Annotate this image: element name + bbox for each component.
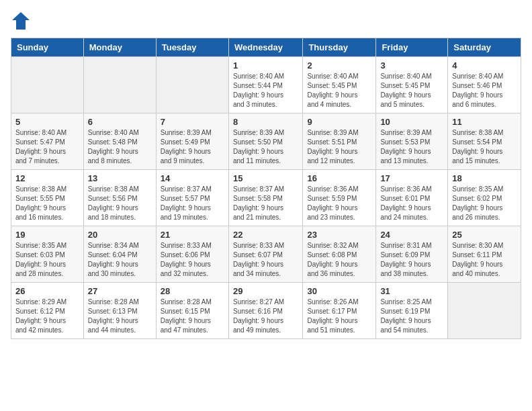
day-info: Sunrise: 8:37 AM Sunset: 5:57 PM Dayligh… xyxy=(161,185,224,222)
day-number: 21 xyxy=(161,230,224,240)
day-info: Sunrise: 8:38 AM Sunset: 5:56 PM Dayligh… xyxy=(88,185,152,222)
day-cell: 23Sunrise: 8:32 AM Sunset: 6:08 PM Dayli… xyxy=(303,226,376,283)
svg-marker-0 xyxy=(12,12,30,30)
day-cell: 1Sunrise: 8:40 AM Sunset: 5:44 PM Daylig… xyxy=(228,57,302,113)
day-cell: 22Sunrise: 8:33 AM Sunset: 6:07 PM Dayli… xyxy=(228,226,302,283)
day-info: Sunrise: 8:38 AM Sunset: 5:55 PM Dayligh… xyxy=(15,185,79,222)
day-info: Sunrise: 8:33 AM Sunset: 6:06 PM Dayligh… xyxy=(161,241,224,279)
calendar-table: SundayMondayTuesdayWednesdayThursdayFrid… xyxy=(11,38,521,339)
header-cell-saturday: Saturday xyxy=(448,38,521,57)
day-cell: 18Sunrise: 8:35 AM Sunset: 6:02 PM Dayli… xyxy=(448,170,521,226)
day-number: 13 xyxy=(88,173,152,183)
header-cell-sunday: Sunday xyxy=(11,38,84,57)
day-info: Sunrise: 8:39 AM Sunset: 5:50 PM Dayligh… xyxy=(233,128,298,166)
day-cell: 26Sunrise: 8:29 AM Sunset: 6:12 PM Dayli… xyxy=(11,283,84,339)
day-info: Sunrise: 8:40 AM Sunset: 5:47 PM Dayligh… xyxy=(15,128,79,166)
day-cell: 6Sunrise: 8:40 AM Sunset: 5:48 PM Daylig… xyxy=(83,113,156,170)
day-info: Sunrise: 8:34 AM Sunset: 6:04 PM Dayligh… xyxy=(88,241,152,279)
day-cell: 13Sunrise: 8:38 AM Sunset: 5:56 PM Dayli… xyxy=(83,170,156,226)
day-number: 24 xyxy=(380,230,443,240)
day-number: 17 xyxy=(380,173,443,183)
day-cell: 29Sunrise: 8:27 AM Sunset: 6:16 PM Dayli… xyxy=(228,283,302,339)
week-row-4: 19Sunrise: 8:35 AM Sunset: 6:03 PM Dayli… xyxy=(11,226,521,283)
day-number: 9 xyxy=(307,117,371,127)
day-cell: 9Sunrise: 8:39 AM Sunset: 5:51 PM Daylig… xyxy=(303,113,376,170)
day-number: 18 xyxy=(452,173,517,183)
day-number: 3 xyxy=(380,60,443,71)
day-cell: 10Sunrise: 8:39 AM Sunset: 5:53 PM Dayli… xyxy=(376,113,448,170)
day-number: 1 xyxy=(233,60,298,71)
day-info: Sunrise: 8:39 AM Sunset: 5:51 PM Dayligh… xyxy=(307,128,371,166)
header-cell-monday: Monday xyxy=(83,38,156,57)
day-cell: 19Sunrise: 8:35 AM Sunset: 6:03 PM Dayli… xyxy=(11,226,84,283)
day-cell: 4Sunrise: 8:40 AM Sunset: 5:46 PM Daylig… xyxy=(448,57,521,113)
day-info: Sunrise: 8:39 AM Sunset: 5:49 PM Dayligh… xyxy=(161,128,224,166)
calendar-header: SundayMondayTuesdayWednesdayThursdayFrid… xyxy=(11,38,521,57)
day-number: 10 xyxy=(380,117,443,127)
day-cell: 12Sunrise: 8:38 AM Sunset: 5:55 PM Dayli… xyxy=(11,170,84,226)
header-cell-friday: Friday xyxy=(376,38,448,57)
day-cell: 17Sunrise: 8:36 AM Sunset: 6:01 PM Dayli… xyxy=(376,170,448,226)
day-cell: 27Sunrise: 8:28 AM Sunset: 6:13 PM Dayli… xyxy=(83,283,156,339)
day-cell: 28Sunrise: 8:28 AM Sunset: 6:15 PM Dayli… xyxy=(156,283,228,339)
day-cell xyxy=(11,57,84,113)
day-number: 29 xyxy=(233,286,298,296)
week-row-2: 5Sunrise: 8:40 AM Sunset: 5:47 PM Daylig… xyxy=(11,113,521,170)
day-info: Sunrise: 8:26 AM Sunset: 6:17 PM Dayligh… xyxy=(307,298,371,335)
week-row-5: 26Sunrise: 8:29 AM Sunset: 6:12 PM Dayli… xyxy=(11,283,521,339)
day-number: 5 xyxy=(15,117,79,127)
day-cell xyxy=(448,283,521,339)
day-info: Sunrise: 8:28 AM Sunset: 6:15 PM Dayligh… xyxy=(161,298,224,335)
day-number: 20 xyxy=(88,230,152,240)
day-info: Sunrise: 8:40 AM Sunset: 5:45 PM Dayligh… xyxy=(307,72,371,109)
day-number: 2 xyxy=(307,60,371,71)
day-number: 27 xyxy=(88,286,152,296)
day-info: Sunrise: 8:29 AM Sunset: 6:12 PM Dayligh… xyxy=(15,298,79,335)
day-info: Sunrise: 8:31 AM Sunset: 6:09 PM Dayligh… xyxy=(380,241,443,279)
day-info: Sunrise: 8:32 AM Sunset: 6:08 PM Dayligh… xyxy=(307,241,371,279)
day-info: Sunrise: 8:35 AM Sunset: 6:02 PM Dayligh… xyxy=(452,185,517,222)
day-cell: 31Sunrise: 8:25 AM Sunset: 6:19 PM Dayli… xyxy=(376,283,448,339)
header-cell-thursday: Thursday xyxy=(303,38,376,57)
day-number: 16 xyxy=(307,173,371,183)
day-number: 30 xyxy=(307,286,371,296)
day-info: Sunrise: 8:36 AM Sunset: 6:01 PM Dayligh… xyxy=(380,185,443,222)
day-info: Sunrise: 8:40 AM Sunset: 5:48 PM Dayligh… xyxy=(88,128,152,166)
day-info: Sunrise: 8:36 AM Sunset: 5:59 PM Dayligh… xyxy=(307,185,371,222)
day-cell: 2Sunrise: 8:40 AM Sunset: 5:45 PM Daylig… xyxy=(303,57,376,113)
day-info: Sunrise: 8:27 AM Sunset: 6:16 PM Dayligh… xyxy=(233,298,298,335)
day-number: 12 xyxy=(15,173,79,183)
day-cell: 8Sunrise: 8:39 AM Sunset: 5:50 PM Daylig… xyxy=(228,113,302,170)
week-row-1: 1Sunrise: 8:40 AM Sunset: 5:44 PM Daylig… xyxy=(11,57,521,113)
day-info: Sunrise: 8:40 AM Sunset: 5:46 PM Dayligh… xyxy=(452,72,517,109)
day-cell: 16Sunrise: 8:36 AM Sunset: 5:59 PM Dayli… xyxy=(303,170,376,226)
header-cell-wednesday: Wednesday xyxy=(228,38,302,57)
day-cell xyxy=(83,57,156,113)
day-number: 11 xyxy=(452,117,517,127)
day-cell: 3Sunrise: 8:40 AM Sunset: 5:45 PM Daylig… xyxy=(376,57,448,113)
day-number: 25 xyxy=(452,230,517,240)
day-cell: 15Sunrise: 8:37 AM Sunset: 5:58 PM Dayli… xyxy=(228,170,302,226)
day-cell: 30Sunrise: 8:26 AM Sunset: 6:17 PM Dayli… xyxy=(303,283,376,339)
day-number: 22 xyxy=(233,230,298,240)
calendar-body: 1Sunrise: 8:40 AM Sunset: 5:44 PM Daylig… xyxy=(11,57,521,339)
day-info: Sunrise: 8:37 AM Sunset: 5:58 PM Dayligh… xyxy=(233,185,298,222)
day-number: 4 xyxy=(452,60,517,71)
day-info: Sunrise: 8:39 AM Sunset: 5:53 PM Dayligh… xyxy=(380,128,443,166)
day-number: 14 xyxy=(161,173,224,183)
day-number: 6 xyxy=(88,117,152,127)
day-cell: 20Sunrise: 8:34 AM Sunset: 6:04 PM Dayli… xyxy=(83,226,156,283)
day-info: Sunrise: 8:33 AM Sunset: 6:07 PM Dayligh… xyxy=(233,241,298,279)
day-info: Sunrise: 8:25 AM Sunset: 6:19 PM Dayligh… xyxy=(380,298,443,335)
logo xyxy=(11,11,34,31)
header-row: SundayMondayTuesdayWednesdayThursdayFrid… xyxy=(11,38,521,57)
day-number: 23 xyxy=(307,230,371,240)
day-number: 31 xyxy=(380,286,443,296)
day-cell: 5Sunrise: 8:40 AM Sunset: 5:47 PM Daylig… xyxy=(11,113,84,170)
day-number: 15 xyxy=(233,173,298,183)
day-info: Sunrise: 8:35 AM Sunset: 6:03 PM Dayligh… xyxy=(15,241,79,279)
day-cell: 11Sunrise: 8:38 AM Sunset: 5:54 PM Dayli… xyxy=(448,113,521,170)
day-info: Sunrise: 8:30 AM Sunset: 6:11 PM Dayligh… xyxy=(452,241,517,279)
day-cell: 25Sunrise: 8:30 AM Sunset: 6:11 PM Dayli… xyxy=(448,226,521,283)
header-cell-tuesday: Tuesday xyxy=(156,38,228,57)
